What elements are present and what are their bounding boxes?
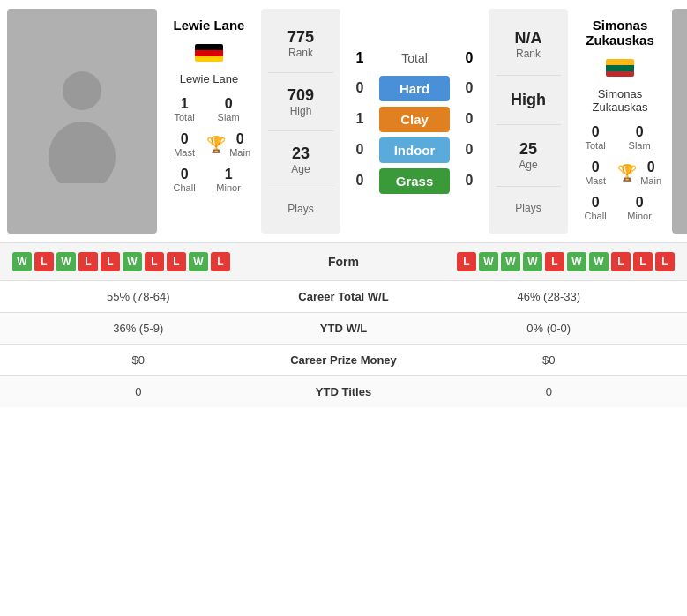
player2-high-value: High xyxy=(511,91,546,109)
form-badge: W xyxy=(479,252,498,271)
stat-p1-value: 36% (5-9) xyxy=(12,322,265,335)
indoor-row: 0 Indoor 0 xyxy=(347,137,482,163)
total-row: 1 Total 0 xyxy=(347,50,482,66)
form-badge: L xyxy=(655,252,675,271)
player1-minor-value: 1 xyxy=(206,167,250,182)
form-badge: W xyxy=(56,252,76,271)
player2-slam-cell: 0 Slam xyxy=(616,121,663,154)
player1-silhouette xyxy=(38,60,126,183)
player2-total-label: Total xyxy=(579,140,612,151)
player2-stats-grid: 0 Total 0 Slam 0 Mast 🏆 0 Main xyxy=(577,121,663,225)
grass-p2: 0 xyxy=(457,173,482,189)
player1-info: Lewie Lane Lewie Lane 1 Total 0 Slam xyxy=(161,9,258,234)
player2-flag xyxy=(606,53,634,77)
player1-mast-cell: 0 Mast xyxy=(166,128,203,161)
stat-p1-value: $0 xyxy=(12,353,265,367)
player1-high-value: 709 xyxy=(287,86,314,105)
grass-p1: 0 xyxy=(347,173,372,189)
indoor-badge: Indoor xyxy=(379,137,450,163)
player1-mast-label: Mast xyxy=(168,147,201,158)
player1-slam-label: Slam xyxy=(206,112,250,122)
divider3 xyxy=(268,189,333,189)
stat-p1-value: 0 xyxy=(12,385,265,398)
player1-age-value: 23 xyxy=(291,145,310,163)
player2-total-value: 0 xyxy=(579,124,612,140)
indoor-p2: 0 xyxy=(457,142,482,158)
form-badge: L xyxy=(34,252,54,271)
player2-form-badges: LWWWLWWLLL xyxy=(379,252,676,271)
stats-row: 36% (5-9) YTD W/L 0% (0-0) xyxy=(0,312,687,344)
center-courts: 1 Total 0 0 Hard 0 1 Clay 0 0 Indoor 0 0 xyxy=(344,9,485,234)
player2-trophy-cell: 🏆 0 Main xyxy=(616,156,663,189)
player2-label: Simonas Zukauskas xyxy=(577,87,663,114)
divider4 xyxy=(496,75,561,76)
stat-label: Career Prize Money xyxy=(265,353,423,367)
player2-rank-value: N/A xyxy=(515,29,542,48)
form-badge: W xyxy=(589,252,609,271)
form-badge: L xyxy=(545,252,564,271)
player1-stats-box: 775 Rank 709 High 23 Age Plays xyxy=(261,9,340,234)
player1-mast-value: 0 xyxy=(168,131,201,147)
hard-p2: 0 xyxy=(457,80,482,96)
player1-high-item: 709 High xyxy=(287,79,314,124)
player1-high-label: High xyxy=(287,105,314,117)
player1-stats-grid: 1 Total 0 Slam 0 Mast 🏆 0 Main xyxy=(166,93,252,197)
player1-trophy-cell: 🏆 0 Main xyxy=(205,128,252,161)
player1-plays-label: Plays xyxy=(287,203,313,215)
form-badge: L xyxy=(211,252,230,271)
form-badge: L xyxy=(457,252,476,271)
player2-minor-label: Minor xyxy=(617,211,661,221)
form-badge: L xyxy=(101,252,120,271)
stat-label: YTD W/L xyxy=(265,322,423,335)
svg-point-0 xyxy=(63,71,101,110)
stat-label: YTD Titles xyxy=(265,385,423,398)
player2-minor-value: 0 xyxy=(617,195,661,211)
total-p2: 0 xyxy=(457,50,482,66)
player1-rank-value: 775 xyxy=(287,28,314,47)
player1-main-value: 0 xyxy=(229,131,250,147)
form-badge: W xyxy=(567,252,586,271)
player1-total-cell: 1 Total xyxy=(166,93,203,126)
form-badge: W xyxy=(189,252,208,271)
player2-high-item: High xyxy=(511,84,546,116)
stats-row: $0 Career Prize Money $0 xyxy=(0,344,687,375)
form-badge: L xyxy=(145,252,164,271)
grass-row: 0 Grass 0 xyxy=(347,168,482,194)
player2-rank-item: N/A Rank xyxy=(515,22,542,67)
indoor-p1: 0 xyxy=(347,142,372,158)
player2-photo xyxy=(672,9,687,234)
form-badge: L xyxy=(633,252,653,271)
player2-mast-cell: 0 Mast xyxy=(577,156,614,189)
player1-chall-cell: 0 Chall xyxy=(166,163,203,197)
player2-chall-value: 0 xyxy=(579,195,612,211)
grass-badge: Grass xyxy=(379,168,450,194)
clay-p1: 1 xyxy=(347,111,372,127)
player2-slam-label: Slam xyxy=(617,140,661,151)
player2-total-cell: 0 Total xyxy=(577,121,614,154)
player1-age-item: 23 Age xyxy=(291,137,310,182)
form-badge: W xyxy=(523,252,542,271)
player2-chall-label: Chall xyxy=(579,211,612,221)
player2-age-item: 25 Age xyxy=(519,133,537,178)
player2-mast-value: 0 xyxy=(579,160,612,175)
player1-rank-item: 775 Rank xyxy=(287,21,314,66)
stat-label: Career Total W/L xyxy=(265,290,423,303)
player1-age-label: Age xyxy=(291,163,310,175)
stats-row: 0 YTD Titles 0 xyxy=(0,375,687,407)
player1-chall-value: 0 xyxy=(168,167,201,182)
clay-row: 1 Clay 0 xyxy=(347,107,482,132)
player2-slam-value: 0 xyxy=(617,124,661,140)
player2-rank-label: Rank xyxy=(515,48,542,60)
main-container: Lewie Lane Lewie Lane 1 Total 0 Slam xyxy=(0,0,687,407)
stat-p2-value: $0 xyxy=(423,353,676,367)
player2-age-label: Age xyxy=(519,159,537,171)
form-badge: W xyxy=(501,252,520,271)
player2-minor-cell: 0 Minor xyxy=(616,191,663,225)
player2-main-label: Main xyxy=(640,175,661,186)
hard-badge: Hard xyxy=(379,76,450,101)
player1-form-badges: WLWLLWLLWL xyxy=(12,252,309,271)
player1-total-value: 1 xyxy=(168,96,201,112)
player2-plays-label: Plays xyxy=(515,202,541,214)
total-p1: 1 xyxy=(347,50,372,66)
clay-badge: Clay xyxy=(379,107,450,132)
